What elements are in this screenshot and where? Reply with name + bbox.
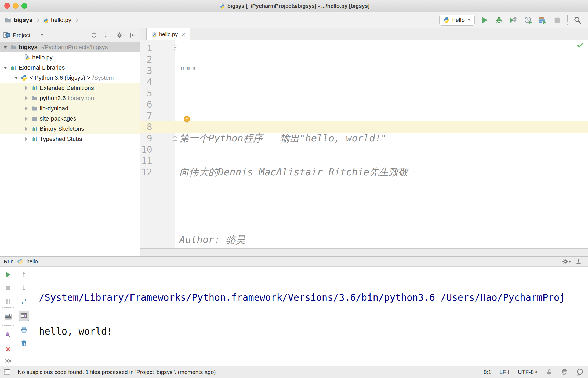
tree-item-python3-6[interactable]: python3.6 library root — [0, 93, 140, 103]
breadcrumb-project[interactable]: bigsys — [14, 17, 32, 24]
tree-item-lib-dynload[interactable]: lib-dynload — [0, 103, 140, 114]
tree-item-binary-skeletons[interactable]: Binary Skeletons — [0, 124, 140, 134]
close-icon — [5, 346, 11, 352]
console-stdout-line: hello, world! — [39, 326, 588, 337]
print-button[interactable] — [20, 326, 28, 334]
close-tab-icon[interactable]: × — [181, 32, 185, 37]
tree-item-site-packages[interactable]: site-packages — [0, 114, 140, 124]
lock-icon[interactable] — [546, 369, 553, 376]
chevron-down-icon — [467, 19, 471, 23]
tree-item-hello-py[interactable]: hello.py — [0, 52, 140, 63]
scroll-to-end-button[interactable] — [19, 311, 29, 321]
gear-icon — [116, 32, 123, 39]
down-stacktrace-button[interactable] — [20, 284, 28, 292]
tab-hello-py[interactable]: hello.py × — [146, 28, 190, 41]
chevron-collapsed-icon[interactable] — [24, 117, 29, 121]
line-number: 6 — [140, 99, 152, 110]
run-panel-config[interactable]: hello — [27, 259, 38, 265]
restore-layout-button[interactable] — [4, 313, 12, 320]
stop-button[interactable] — [553, 16, 562, 25]
run-icon — [481, 16, 489, 24]
encoding-widget[interactable]: UTF-8 ▲▼ — [518, 369, 538, 375]
soft-wrap-icon — [20, 298, 27, 305]
tree-item-label: bigsys — [19, 44, 38, 51]
run-toolbar: hello — [439, 15, 588, 26]
line-number: 7 — [140, 110, 152, 121]
line-number: 3 — [140, 65, 152, 76]
chevron-expanded-icon[interactable] — [3, 46, 8, 49]
docstring-line: 向伟大的Dennis MacAlistair Ritchie先生致敬 — [179, 166, 408, 177]
debug-button[interactable] — [495, 16, 504, 25]
line-number: 5 — [140, 88, 152, 99]
minimize-window-button[interactable] — [13, 3, 19, 9]
chevron-collapsed-icon[interactable] — [24, 96, 29, 100]
line-number: 11 — [140, 155, 152, 166]
tree-item-external-libraries[interactable]: External Libraries — [0, 63, 140, 73]
fold-region-start-icon[interactable] — [172, 45, 178, 51]
collapse-all-button[interactable] — [101, 31, 110, 40]
hide-panel-button[interactable] — [128, 31, 137, 40]
chevron-collapsed-icon[interactable] — [24, 107, 29, 110]
zoom-window-button[interactable] — [21, 3, 27, 9]
search-everywhere-button[interactable] — [573, 16, 582, 25]
tree-item-extended-definitions[interactable]: Extended Definitions — [0, 83, 140, 93]
run-panel-settings-button[interactable] — [562, 257, 571, 266]
up-stacktrace-button[interactable] — [20, 271, 28, 278]
chevron-expanded-icon[interactable] — [3, 67, 8, 69]
chevron-collapsed-icon[interactable] — [24, 86, 29, 90]
chevron-down-icon[interactable] — [41, 34, 44, 38]
profile-button[interactable] — [524, 16, 533, 25]
console-command-line: /System/Library/Frameworks/Python.framew… — [39, 292, 588, 303]
locate-file-button[interactable] — [89, 31, 99, 40]
line-number: 10 — [140, 144, 152, 155]
intention-bulb-icon[interactable] — [182, 115, 192, 125]
status-bar: No suspicious code found. 1 files proces… — [0, 366, 588, 378]
gear-icon — [562, 258, 569, 265]
hector-inspections-icon[interactable] — [561, 368, 568, 376]
concurrency-diagram-button[interactable] — [538, 16, 547, 25]
tree-item-typeshed-stubs[interactable]: Typeshed Stubs — [0, 134, 140, 144]
toolbar-separator — [567, 15, 568, 25]
run-configuration-select[interactable]: hello — [439, 15, 475, 26]
run-console-output[interactable]: /System/Library/Frameworks/Python.framew… — [32, 267, 588, 366]
caret-position-widget[interactable]: 8:1 — [484, 369, 491, 375]
line-separator-widget[interactable]: LF ▲▼ — [499, 369, 510, 375]
run-button[interactable] — [480, 16, 489, 25]
chevron-expanded-icon[interactable] — [13, 77, 19, 79]
line-number: 12 — [140, 166, 152, 178]
library-icon — [31, 85, 38, 91]
editor-bottom-strip — [140, 248, 588, 256]
notification-bubble-icon[interactable] — [576, 368, 584, 376]
inspection-ok-check-icon[interactable] — [576, 41, 584, 49]
rerun-button[interactable] — [4, 271, 12, 278]
python-icon — [17, 258, 23, 265]
project-panel-title[interactable]: Project — [13, 32, 30, 38]
soft-wrap-button[interactable] — [20, 298, 28, 305]
tree-item-annotation: library root — [68, 95, 96, 102]
tree-item-label: < Python 3.6 (bigsys) > — [30, 74, 90, 81]
clear-all-button[interactable] — [20, 340, 28, 347]
chevron-collapsed-icon[interactable] — [24, 127, 29, 131]
toolwindow-toggle-icon[interactable] — [3, 368, 11, 376]
more-actions-button[interactable]: >> — [4, 357, 12, 365]
tree-item-label: hello.py — [32, 54, 53, 61]
breadcrumb-file[interactable]: hello.py — [51, 17, 71, 24]
stop-process-button[interactable] — [4, 284, 12, 292]
updown-arrows-icon: ▲▼ — [507, 370, 510, 374]
pin-tab-button[interactable] — [4, 331, 12, 339]
fold-region-end-icon[interactable] — [172, 135, 178, 141]
printer-icon — [20, 326, 27, 333]
chevron-down-icon — [569, 261, 571, 264]
chevron-collapsed-icon[interactable] — [24, 137, 29, 141]
pause-output-button[interactable] — [4, 298, 12, 305]
close-window-button[interactable] — [4, 3, 10, 9]
tree-item-python-sdk[interactable]: < Python 3.6 (bigsys) > /System — [0, 73, 140, 83]
panel-settings-button[interactable] — [116, 31, 125, 40]
hide-run-panel-button[interactable] — [574, 257, 583, 266]
close-run-panel-button[interactable] — [4, 346, 12, 353]
tree-item-bigsys[interactable]: bigsys ~/PycharmProjects/bigsys — [0, 42, 140, 52]
line-separator-value: LF — [499, 369, 506, 375]
run-with-coverage-button[interactable] — [509, 16, 518, 25]
stop-icon — [5, 285, 12, 292]
line-numbers: 1 2 3 4 5 6 7 8 9 10 11 12 — [140, 42, 152, 178]
